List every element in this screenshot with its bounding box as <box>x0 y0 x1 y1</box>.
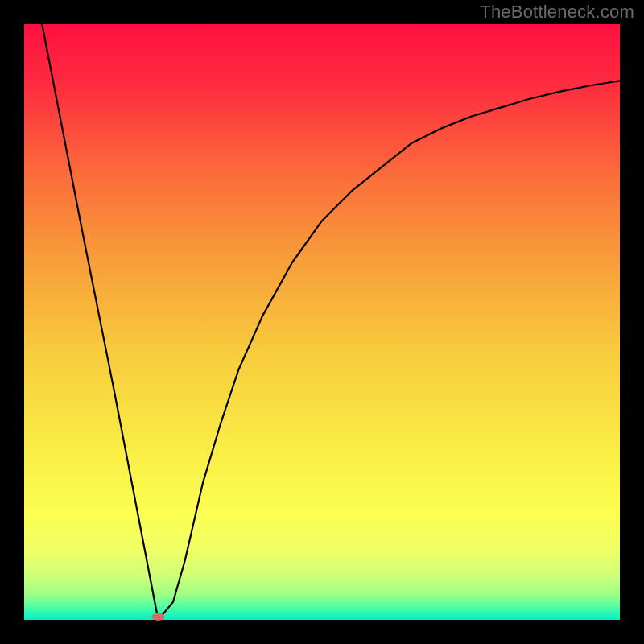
optimum-marker <box>152 613 165 621</box>
svg-rect-3 <box>620 0 644 644</box>
watermark-text: TheBottleneck.com <box>480 2 634 23</box>
chart-container: TheBottleneck.com <box>0 0 644 644</box>
svg-rect-1 <box>0 620 644 644</box>
bottleneck-chart <box>0 0 644 644</box>
plot-background <box>24 24 620 620</box>
svg-rect-2 <box>0 0 24 644</box>
